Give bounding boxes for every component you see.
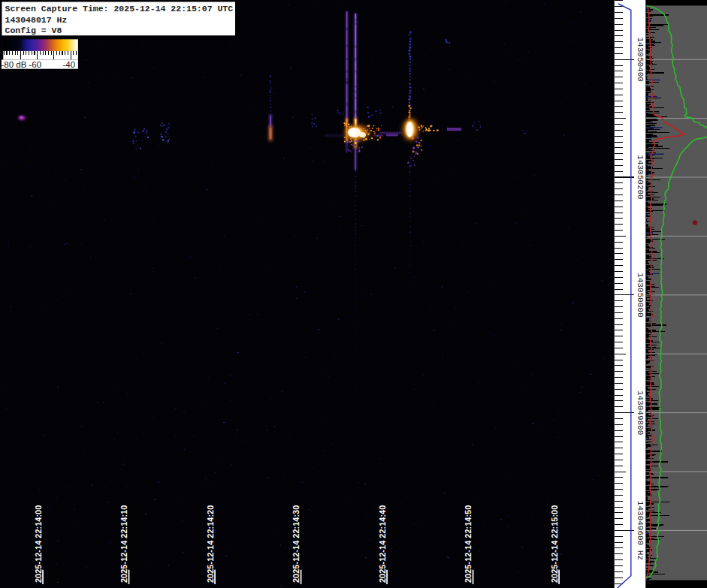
svg-text:2025-12-14 22:14:20: 2025-12-14 22:14:20 xyxy=(206,505,215,583)
svg-text:Config = V8: Config = V8 xyxy=(5,26,62,35)
svg-text:2025-12-14 22:14:50: 2025-12-14 22:14:50 xyxy=(464,505,473,583)
svg-text:143050200: 143050200 xyxy=(636,155,645,199)
svg-text:2025-12-14 22:14:00: 2025-12-14 22:14:00 xyxy=(34,505,43,583)
svg-text:143050000: 143050000 xyxy=(636,273,645,317)
svg-text:143049600 Hz: 143049600 Hz xyxy=(636,501,645,560)
svg-text:143048017 Hz: 143048017 Hz xyxy=(5,15,68,25)
svg-text:-40: -40 xyxy=(63,60,76,69)
svg-text:-60: -60 xyxy=(29,60,42,69)
svg-text:2025-12-14 22:15:00: 2025-12-14 22:15:00 xyxy=(550,505,559,583)
svg-text:2025-12-14 22:14:40: 2025-12-14 22:14:40 xyxy=(378,505,387,583)
svg-text:-80 dB: -80 dB xyxy=(2,60,27,69)
svg-text:143049800: 143049800 xyxy=(636,390,645,435)
svg-text:2025-12-14 22:14:30: 2025-12-14 22:14:30 xyxy=(292,505,301,583)
svg-text:2025-12-14 22:14:10: 2025-12-14 22:14:10 xyxy=(119,505,128,583)
svg-text:143050400: 143050400 xyxy=(636,37,645,81)
svg-text:Screen Capture Time: 2025-12-1: Screen Capture Time: 2025-12-14 22:15:07… xyxy=(5,4,234,14)
